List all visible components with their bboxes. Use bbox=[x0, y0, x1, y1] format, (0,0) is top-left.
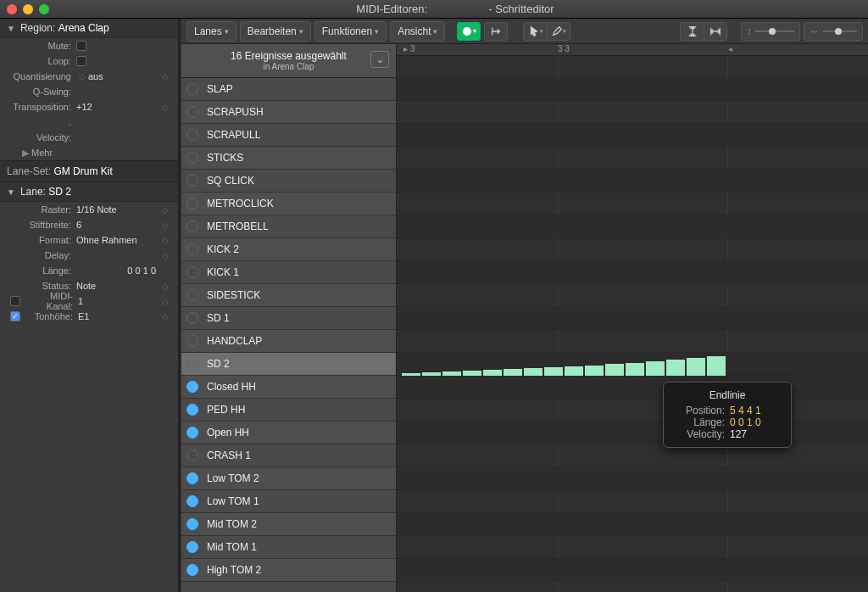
lane-row-high-tom-2[interactable]: High TOM 2 bbox=[181, 559, 396, 582]
lane-row-handclap[interactable]: HANDCLAP bbox=[181, 330, 396, 353]
param-quantisierung[interactable]: Quantisierung◇aus◇ bbox=[0, 69, 178, 84]
param-qswing[interactable]: Q-Swing: bbox=[0, 84, 178, 99]
lane-power-icon[interactable] bbox=[186, 450, 198, 461]
catch-playhead-button[interactable] bbox=[484, 22, 508, 41]
param-transposition[interactable]: Transposition:+12◇ bbox=[0, 99, 178, 114]
pointer-tool[interactable]: ▾ bbox=[523, 22, 547, 41]
lane-header[interactable]: ▼ Lane: SD 2 bbox=[0, 182, 178, 202]
lane-row-crash-1[interactable]: CRASH 1 bbox=[181, 444, 396, 467]
param-mehr[interactable]: ▶ Mehr bbox=[0, 145, 178, 160]
lane-row-slap[interactable]: SLAP bbox=[181, 78, 396, 101]
grid-lane-row[interactable] bbox=[397, 330, 868, 353]
event-dropdown-button[interactable]: ⌄ bbox=[370, 51, 389, 68]
vertical-zoom-slider[interactable]: ↕ bbox=[741, 22, 800, 41]
lane-power-icon[interactable] bbox=[186, 129, 198, 141]
vertical-fit-button[interactable] bbox=[680, 22, 704, 41]
param-loop[interactable]: Loop: bbox=[0, 53, 178, 69]
param-raster[interactable]: Raster:1/16 Note◇ bbox=[0, 202, 178, 217]
grid-lane-row[interactable] bbox=[397, 78, 868, 101]
param-laenge[interactable]: Länge:0 0 1 0 bbox=[0, 263, 178, 278]
lane-power-icon[interactable] bbox=[186, 266, 198, 278]
horizontal-zoom-slider[interactable]: ↔ bbox=[804, 22, 863, 41]
grid-lane-row[interactable] bbox=[397, 101, 868, 124]
menu-funktionen[interactable]: Funktionen▾ bbox=[314, 21, 387, 42]
lane-row-scrapush[interactable]: SCRAPUSH bbox=[181, 101, 396, 124]
pencil-tool[interactable]: ▾ bbox=[547, 22, 570, 41]
step-grid[interactable] bbox=[397, 56, 868, 592]
menu-bearbeiten[interactable]: Bearbeiten▾ bbox=[240, 21, 311, 42]
grid-lane-row[interactable] bbox=[397, 376, 868, 399]
lane-power-icon[interactable] bbox=[186, 152, 198, 164]
param-format[interactable]: Format:Ohne Rahmen◇ bbox=[0, 232, 178, 248]
horizontal-fit-button[interactable] bbox=[704, 22, 727, 41]
grid-lane-row[interactable] bbox=[397, 307, 868, 330]
lane-power-icon[interactable] bbox=[186, 518, 198, 530]
lane-row-sq-click[interactable]: SQ CLICK bbox=[181, 170, 396, 193]
param-stiftbreite[interactable]: Stiftbreite:6◇ bbox=[0, 217, 178, 232]
lane-power-icon[interactable] bbox=[186, 106, 198, 118]
lane-power-icon[interactable] bbox=[186, 427, 198, 438]
param-mute[interactable]: Mute: bbox=[0, 38, 178, 53]
step-event[interactable] bbox=[504, 369, 522, 376]
grid-lane-row[interactable] bbox=[397, 193, 868, 215]
lane-power-icon[interactable] bbox=[186, 221, 198, 232]
menu-lanes[interactable]: Lanes▾ bbox=[186, 21, 236, 42]
grid-lane-row[interactable] bbox=[397, 490, 868, 513]
minimize-icon[interactable] bbox=[23, 4, 33, 14]
grid-lane-row[interactable] bbox=[397, 422, 868, 444]
lane-set-row[interactable]: Lane-Set: GM Drum Kit bbox=[0, 160, 178, 182]
grid-lane-row[interactable] bbox=[397, 536, 868, 559]
step-event[interactable] bbox=[626, 363, 644, 376]
step-event[interactable] bbox=[646, 361, 665, 376]
step-event[interactable] bbox=[605, 364, 624, 376]
lane-row-kick-2[interactable]: KICK 2 bbox=[181, 238, 396, 261]
lane-row-scrapull[interactable]: SCRAPULL bbox=[181, 124, 396, 147]
lane-row-low-tom-2[interactable]: Low TOM 2 bbox=[181, 467, 396, 490]
close-icon[interactable] bbox=[7, 4, 17, 14]
grid-lane-row[interactable] bbox=[397, 147, 868, 170]
step-event[interactable] bbox=[707, 356, 726, 376]
grid-lane-row[interactable] bbox=[397, 215, 868, 238]
lane-row-low-tom-1[interactable]: Low TOM 1 bbox=[181, 490, 396, 513]
lane-power-icon[interactable] bbox=[186, 175, 198, 187]
lane-power-icon[interactable] bbox=[186, 83, 198, 95]
step-event[interactable] bbox=[687, 358, 705, 376]
lane-row-sidestick[interactable]: SIDESTICK bbox=[181, 284, 396, 307]
lane-row-sticks[interactable]: STICKS bbox=[181, 147, 396, 170]
step-event[interactable] bbox=[585, 366, 604, 376]
sd2-step-sequence[interactable] bbox=[402, 353, 726, 376]
lane-power-icon[interactable] bbox=[186, 541, 198, 553]
lane-row-closed-hh[interactable]: Closed HH bbox=[181, 376, 396, 399]
lane-row-mid-tom-2[interactable]: Mid TOM 2 bbox=[181, 513, 396, 536]
step-event[interactable] bbox=[666, 360, 685, 376]
grid-lane-row[interactable] bbox=[397, 238, 868, 261]
param-velocity[interactable]: Velocity: bbox=[0, 130, 178, 145]
lane-power-icon[interactable] bbox=[186, 495, 198, 507]
param-tonhoehe[interactable]: Tonhöhe:E1◇ bbox=[0, 309, 178, 324]
param-delay[interactable]: Delay:◇ bbox=[0, 248, 178, 263]
maximize-icon[interactable] bbox=[39, 4, 49, 14]
step-event[interactable] bbox=[565, 366, 583, 376]
grid-lane-row[interactable] bbox=[397, 284, 868, 307]
step-event[interactable] bbox=[483, 370, 502, 376]
grid-lane-row[interactable] bbox=[397, 170, 868, 193]
time-ruler[interactable]: ▸ 3 3 3 ◂ bbox=[397, 44, 868, 56]
lane-row-metrobell[interactable]: METROBELL bbox=[181, 215, 396, 238]
lane-row-mid-tom-1[interactable]: Mid TOM 1 bbox=[181, 536, 396, 559]
lane-power-icon[interactable] bbox=[186, 358, 198, 370]
lane-power-icon[interactable] bbox=[186, 472, 198, 484]
lane-row-sd-2[interactable]: SD 2 bbox=[181, 353, 396, 376]
lane-row-ped-hh[interactable]: PED HH bbox=[181, 399, 396, 422]
lane-power-icon[interactable] bbox=[186, 335, 198, 347]
step-event[interactable] bbox=[524, 368, 542, 376]
lane-power-icon[interactable] bbox=[186, 381, 198, 393]
grid-lane-row[interactable] bbox=[397, 559, 868, 582]
lane-power-icon[interactable] bbox=[186, 289, 198, 301]
lane-row-kick-1[interactable]: KICK 1 bbox=[181, 261, 396, 284]
menu-ansicht[interactable]: Ansicht▾ bbox=[390, 21, 445, 42]
lane-power-icon[interactable] bbox=[186, 404, 198, 416]
grid-lane-row[interactable] bbox=[397, 124, 868, 147]
grid-lane-row[interactable] bbox=[397, 399, 868, 422]
lane-row-sd-1[interactable]: SD 1 bbox=[181, 307, 396, 330]
param-midikanal[interactable]: MIDI-Kanal:1◇ bbox=[0, 293, 178, 309]
